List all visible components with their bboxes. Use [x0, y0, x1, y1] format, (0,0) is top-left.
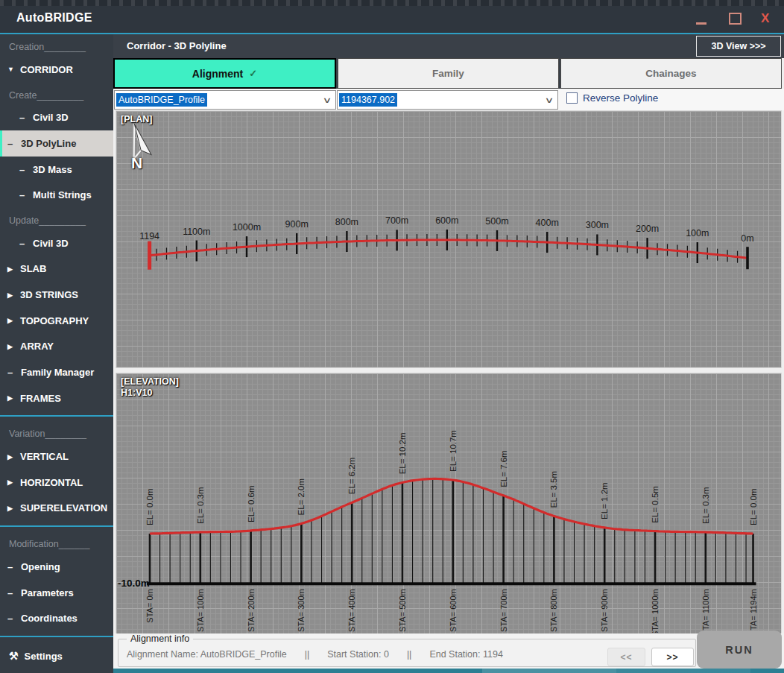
sidebar-item-corridor[interactable]: ▼CORRIDOR [0, 57, 113, 83]
sidebar-item-label: Multi Strings [33, 189, 92, 200]
plan-view[interactable]: [PLAN] N 11941100m1000m900m800m700m600m5… [116, 110, 782, 368]
sidebar-divider [0, 415, 113, 417]
svg-text:200m: 200m [636, 224, 659, 234]
profile-combobox-value: AutoBRIDGE_Profile [116, 93, 207, 107]
dash-icon: – [7, 587, 15, 598]
sidebar-section-label: Creation________ [0, 34, 113, 57]
svg-text:1100m: 1100m [183, 227, 210, 237]
north-arrow-icon: N [122, 121, 157, 177]
svg-text:700m: 700m [385, 215, 408, 226]
sidebar-item-frames[interactable]: ▶FRAMES [0, 385, 113, 411]
elevation-view[interactable]: [ELEVATION] H1:V10 EL= 0.0mSTA= 0mEL= 0.… [116, 373, 782, 635]
prev-button[interactable]: << [607, 648, 645, 666]
sidebar-item-label: Parameters [21, 587, 74, 598]
chevron-collapsed-icon: ▶ [7, 265, 15, 273]
svg-text:STA= 200m: STA= 200m [247, 589, 256, 632]
sidebar-item-opening[interactable]: –Opening [0, 554, 113, 580]
sidebar-item-parameters[interactable]: –Parameters [0, 580, 113, 606]
sidebar-section-label: Create_________ [0, 83, 113, 105]
minimize-button[interactable] [690, 6, 712, 33]
tools-icon: ⚒ [9, 650, 19, 662]
close-button[interactable]: X [756, 6, 778, 33]
chevron-collapsed-icon: ▶ [7, 343, 15, 350]
top-edge-strip [0, 0, 784, 6]
svg-text:EL= 0.6m: EL= 0.6m [247, 485, 256, 522]
sidebar-item-civil-3d[interactable]: –Civil 3D [0, 105, 113, 131]
svg-text:STA= 1000m: STA= 1000m [651, 589, 660, 633]
sidebar-item-slab[interactable]: ▶SLAB [0, 256, 113, 282]
checkbox-icon[interactable] [566, 92, 578, 104]
sidebar-item-label: CORRIDOR [20, 64, 73, 75]
tab-alignment[interactable]: Alignment ✓ [113, 58, 336, 89]
sidebar-item-array[interactable]: ▶ARRAY [0, 333, 113, 359]
minimize-icon [696, 22, 706, 25]
sidebar-item-label: Opening [21, 561, 60, 572]
svg-text:0m: 0m [741, 233, 753, 244]
sidebar-item-coordinates[interactable]: –Coordinates [0, 605, 113, 631]
svg-text:1000m: 1000m [233, 222, 261, 233]
chevron-collapsed-icon: ▶ [7, 453, 15, 461]
info-bar: Alignment info Alignment Name: AutoBRIDG… [113, 633, 784, 669]
svg-text:100m: 100m [686, 228, 709, 238]
sidebar-item-3d-strings[interactable]: ▶3D STRINGS [0, 282, 113, 308]
svg-text:EL= 2.0m: EL= 2.0m [297, 478, 306, 516]
svg-text:1194: 1194 [139, 231, 159, 241]
sidebar-divider [0, 525, 113, 527]
tab-chainages[interactable]: Chainages [560, 58, 782, 89]
start-station-text: Start Station: 0 [327, 649, 389, 660]
sidebar-item-superelevation[interactable]: ▶SUPERELEVATION [0, 496, 113, 522]
sidebar-section-label: Variation________ [0, 421, 113, 443]
svg-text:EL= 0.0m: EL= 0.0m [749, 488, 758, 525]
svg-text:STA= 300m: STA= 300m [297, 589, 306, 632]
dash-icon: – [19, 112, 27, 123]
chevron-expanded-icon: ▼ [7, 66, 15, 73]
titlebar[interactable]: AutoBRIDGE X [0, 6, 784, 33]
svg-text:500m: 500m [485, 216, 508, 227]
sidebar-item-horizontal[interactable]: ▶HORIZONTAL [0, 470, 113, 496]
app-window: AutoBRIDGE X Creation________▼CORRIDORCr… [0, 0, 784, 673]
sidebar-item-vertical[interactable]: ▶VERTICAL [0, 443, 113, 470]
run-button[interactable]: RUN [697, 631, 782, 669]
tab-family-label: Family [432, 68, 464, 79]
station-combobox-value: 1194367.902 [339, 93, 397, 107]
sidebar-item-civil-3d[interactable]: –Civil 3D [0, 230, 113, 256]
next-button[interactable]: >> [651, 648, 694, 666]
tab-chainages-label: Chainages [645, 68, 696, 79]
svg-text:-10.0m: -10.0m [118, 578, 150, 589]
sidebar-item-multi-strings[interactable]: –Multi Strings [0, 182, 113, 208]
svg-text:STA= 500m: STA= 500m [398, 589, 407, 632]
tab-alignment-label: Alignment [192, 68, 243, 80]
svg-text:EL= 10.2m: EL= 10.2m [398, 432, 407, 474]
sidebar-item-label: ARRAY [20, 341, 54, 352]
maximize-button[interactable] [723, 6, 745, 33]
chevron-down-icon: ∨ [545, 95, 554, 105]
scale-label: H1:V10 [121, 388, 152, 398]
tab-family[interactable]: Family [338, 58, 559, 89]
separator: || [407, 649, 412, 660]
profile-combobox[interactable]: AutoBRIDGE_Profile ∨ [114, 90, 336, 110]
station-combobox[interactable]: 1194367.902 ∨ [337, 90, 558, 110]
sidebar-item-topography[interactable]: ▶TOPOGRAPHY [0, 308, 113, 334]
dash-icon: – [7, 561, 15, 572]
sidebar-item-label: VERTICAL [20, 451, 69, 462]
settings-label: Settings [25, 651, 63, 662]
maximize-icon [729, 13, 742, 25]
svg-text:EL= 0.5m: EL= 0.5m [651, 486, 660, 523]
sidebar-item-family-manager[interactable]: –Family Manager [0, 359, 113, 385]
svg-text:STA= 700m: STA= 700m [499, 589, 508, 632]
svg-text:EL= 0.0m: EL= 0.0m [145, 488, 154, 525]
svg-text:EL= 10.7m: EL= 10.7m [449, 430, 458, 472]
sidebar-item-3d-mass[interactable]: –3D Mass [0, 157, 113, 183]
elevation-drawing: EL= 0.0mSTA= 0mEL= 0.3mSTA= 100mEL= 0.6m… [116, 373, 780, 633]
settings-button[interactable]: ⚒Settings [0, 642, 113, 670]
svg-text:400m: 400m [536, 218, 559, 228]
sidebar-item-label: 3D STRINGS [20, 289, 78, 300]
sidebar-item-label: SLAB [20, 263, 46, 274]
controls-row: AutoBRIDGE_Profile ∨ 1194367.902 ∨ Rever… [113, 89, 784, 110]
reverse-polyline-checkbox[interactable]: Reverse Polyline [566, 92, 658, 104]
chevron-collapsed-icon: ▶ [7, 291, 15, 299]
view-3d-button[interactable]: 3D View >>> [696, 36, 781, 57]
svg-text:STA= 900m: STA= 900m [600, 589, 609, 632]
alignment-info-text: Alignment Name: AutoBRIDGE_Profile || St… [127, 649, 503, 660]
sidebar-item-3d-polyline[interactable]: –3D PolyLine [0, 130, 113, 157]
